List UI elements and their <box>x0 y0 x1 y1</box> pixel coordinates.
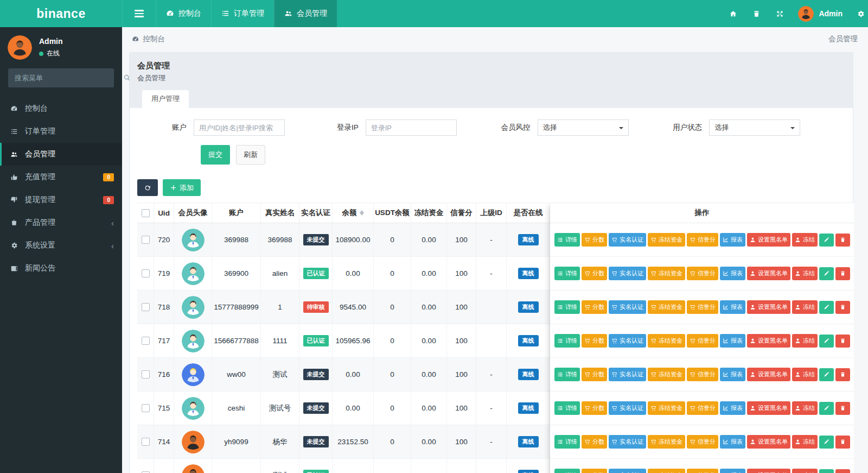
top-nav-tab-2[interactable]: 订单管理 <box>211 0 274 27</box>
sidebar-item-2[interactable]: 订单管理 <box>0 120 122 143</box>
refresh-button[interactable]: 刷新 <box>236 145 265 165</box>
freeze-button[interactable]: 冻结 <box>792 435 818 449</box>
report-button[interactable]: 报表 <box>720 435 745 449</box>
member-risk-select[interactable]: 选择 <box>538 119 629 136</box>
report-button[interactable]: 报表 <box>720 334 745 348</box>
credit-score-button[interactable]: 信誉分 <box>687 368 718 381</box>
report-button[interactable]: 报表 <box>720 300 745 314</box>
blacklist-button[interactable]: 设置黑名单 <box>747 469 790 473</box>
blacklist-button[interactable]: 设置黑名单 <box>747 368 790 381</box>
freeze-button[interactable]: 冻结 <box>792 233 818 247</box>
freeze-funds-button[interactable]: 冻结资金 <box>648 469 685 473</box>
freeze-funds-button[interactable]: 冻结资金 <box>648 435 685 449</box>
sidebar-item-1[interactable]: 控制台 <box>0 97 122 120</box>
credit-score-button[interactable]: 信誉分 <box>687 267 718 280</box>
credit-score-button[interactable]: 信誉分 <box>687 233 718 247</box>
detail-button[interactable]: 详情 <box>554 233 580 247</box>
detail-button[interactable]: 详情 <box>554 300 580 314</box>
tab-user-management[interactable]: 用户管理 <box>142 90 189 108</box>
submit-button[interactable]: 提交 <box>201 145 230 165</box>
detail-button[interactable]: 详情 <box>554 334 580 348</box>
sidebar-item-3[interactable]: 会员管理 <box>0 143 122 166</box>
score-button[interactable]: 分数 <box>582 435 607 449</box>
credit-score-button[interactable]: 信誉分 <box>687 469 718 473</box>
delete-button[interactable] <box>835 402 850 415</box>
realname-auth-button[interactable]: 实名认证 <box>609 267 646 280</box>
detail-button[interactable]: 详情 <box>554 469 580 473</box>
user-state-select[interactable]: 选择 <box>709 119 800 136</box>
login-ip-input[interactable] <box>366 119 457 136</box>
sidebar-toggle-button[interactable] <box>122 0 156 27</box>
home-icon[interactable] <box>722 0 745 27</box>
edit-button[interactable] <box>819 368 834 381</box>
blacklist-button[interactable]: 设置黑名单 <box>747 334 790 348</box>
realname-auth-button[interactable]: 实名认证 <box>609 401 646 415</box>
freeze-funds-button[interactable]: 冻结资金 <box>648 300 685 314</box>
account-search-input[interactable] <box>194 119 285 136</box>
credit-score-button[interactable]: 信誉分 <box>687 401 718 415</box>
breadcrumb-left[interactable]: 控制台 <box>143 34 165 44</box>
report-button[interactable]: 报表 <box>720 401 745 415</box>
sidebar-item-6[interactable]: 产品管理‹ <box>0 211 122 234</box>
sidebar-item-7[interactable]: 系统设置‹ <box>0 234 122 257</box>
fullscreen-icon[interactable] <box>768 0 792 27</box>
freeze-funds-button[interactable]: 冻结资金 <box>648 334 685 348</box>
score-button[interactable]: 分数 <box>582 469 607 473</box>
select-all-checkbox[interactable] <box>142 209 150 217</box>
report-button[interactable]: 报表 <box>720 368 745 381</box>
freeze-funds-button[interactable]: 冻结资金 <box>648 368 685 381</box>
credit-score-button[interactable]: 信誉分 <box>687 334 718 348</box>
realname-auth-button[interactable]: 实名认证 <box>609 334 646 348</box>
row-checkbox[interactable] <box>142 236 150 244</box>
freeze-button[interactable]: 冻结 <box>792 300 818 314</box>
freeze-funds-button[interactable]: 冻结资金 <box>648 401 685 415</box>
edit-button[interactable] <box>819 301 834 314</box>
blacklist-button[interactable]: 设置黑名单 <box>747 300 790 314</box>
detail-button[interactable]: 详情 <box>554 267 580 280</box>
row-checkbox[interactable] <box>142 438 150 446</box>
credit-score-button[interactable]: 信誉分 <box>687 300 718 314</box>
detail-button[interactable]: 详情 <box>554 401 580 415</box>
blacklist-button[interactable]: 设置黑名单 <box>747 435 790 449</box>
report-button[interactable]: 报表 <box>720 233 745 247</box>
sort-icon[interactable] <box>360 208 364 218</box>
edit-button[interactable] <box>819 234 834 247</box>
realname-auth-button[interactable]: 实名认证 <box>609 469 646 473</box>
realname-auth-button[interactable]: 实名认证 <box>609 300 646 314</box>
navbar-user-menu[interactable]: Admin <box>792 6 849 22</box>
delete-button[interactable] <box>835 469 850 473</box>
detail-button[interactable]: 详情 <box>554 435 580 449</box>
realname-auth-button[interactable]: 实名认证 <box>609 435 646 449</box>
row-checkbox[interactable] <box>142 269 150 278</box>
score-button[interactable]: 分数 <box>582 300 607 314</box>
freeze-button[interactable]: 冻结 <box>792 469 818 473</box>
realname-auth-button[interactable]: 实名认证 <box>609 233 646 247</box>
trash-icon[interactable] <box>745 0 768 27</box>
row-checkbox[interactable] <box>142 337 150 345</box>
blacklist-button[interactable]: 设置黑名单 <box>747 233 790 247</box>
blacklist-button[interactable]: 设置黑名单 <box>747 401 790 415</box>
delete-button[interactable] <box>835 335 850 348</box>
credit-score-button[interactable]: 信誉分 <box>687 435 718 449</box>
sidebar-item-4[interactable]: 充值管理0 <box>0 166 122 188</box>
sidebar-item-8[interactable]: 新闻公告 <box>0 257 122 280</box>
freeze-funds-button[interactable]: 冻结资金 <box>648 233 685 247</box>
realname-auth-button[interactable]: 实名认证 <box>609 368 646 381</box>
edit-button[interactable] <box>819 267 834 280</box>
score-button[interactable]: 分数 <box>582 334 607 348</box>
search-icon[interactable] <box>117 74 137 83</box>
top-nav-tab-3[interactable]: 会员管理 <box>274 0 337 27</box>
freeze-button[interactable]: 冻结 <box>792 401 818 415</box>
detail-button[interactable]: 详情 <box>554 368 580 381</box>
freeze-button[interactable]: 冻结 <box>792 334 818 348</box>
score-button[interactable]: 分数 <box>582 267 607 280</box>
edit-button[interactable] <box>819 335 834 348</box>
row-checkbox[interactable] <box>142 303 150 311</box>
blacklist-button[interactable]: 设置黑名单 <box>747 267 790 280</box>
table-reload-button[interactable] <box>137 179 158 196</box>
delete-button[interactable] <box>835 368 850 381</box>
score-button[interactable]: 分数 <box>582 233 607 247</box>
report-button[interactable]: 报表 <box>720 469 745 473</box>
score-button[interactable]: 分数 <box>582 401 607 415</box>
edit-button[interactable] <box>819 402 834 415</box>
